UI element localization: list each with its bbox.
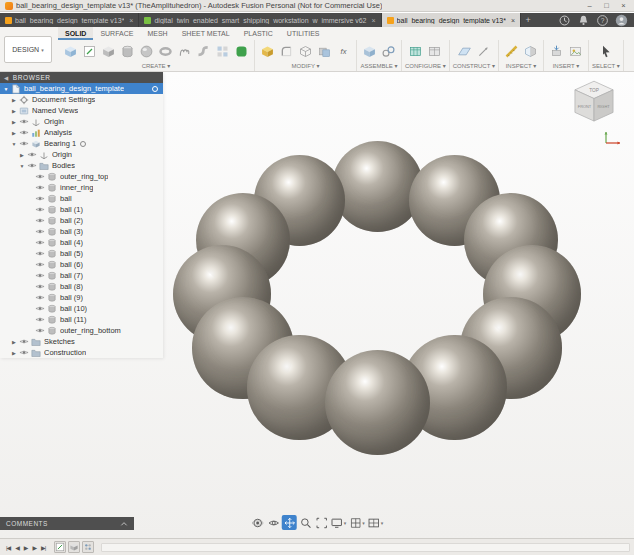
tree-item-ball-10[interactable]: ball (10)	[0, 303, 163, 314]
play-icon[interactable]: ▶	[22, 541, 30, 554]
ribbon-group-label[interactable]: INSPECT ▾	[506, 62, 537, 71]
step-forward-icon[interactable]: ▶	[30, 541, 38, 554]
ribbon-group-label[interactable]: MODIFY ▾	[292, 62, 320, 71]
cylinder-icon[interactable]	[118, 41, 137, 62]
visibility-eye-icon[interactable]	[34, 195, 46, 202]
visibility-eye-icon[interactable]	[34, 316, 46, 323]
tree-item-outer-ring-top[interactable]: outer_ring_top	[0, 171, 163, 182]
grid-icon[interactable]: ▾	[348, 515, 366, 530]
collapse-browser-icon[interactable]: ◀	[4, 75, 9, 81]
expander-icon[interactable]: ▶	[10, 119, 18, 125]
visibility-eye-icon[interactable]	[18, 338, 30, 345]
tree-item-document-settings[interactable]: ▶Document Settings	[0, 94, 163, 105]
expander-icon[interactable]: ▶	[10, 350, 18, 356]
visibility-eye-icon[interactable]	[34, 261, 46, 268]
comments-bar[interactable]: COMMENTS	[0, 517, 134, 530]
create-sketch-icon[interactable]	[80, 41, 99, 62]
tree-item-ball-3[interactable]: ball (3)	[0, 226, 163, 237]
tree-item-ball-1[interactable]: ball (1)	[0, 204, 163, 215]
expand-comments-icon[interactable]	[120, 521, 128, 527]
new-tab-button[interactable]: +	[521, 13, 535, 27]
revolve-feature-icon[interactable]	[68, 541, 80, 553]
expander-icon[interactable]: ▼	[10, 141, 18, 147]
visibility-eye-icon[interactable]	[34, 239, 46, 246]
measure-icon[interactable]	[502, 41, 521, 62]
ribbon-tab-surface[interactable]: SURFACE	[93, 27, 140, 40]
activate-component-radio[interactable]	[80, 141, 86, 147]
tree-item-inner-ring[interactable]: inner_ring	[0, 182, 163, 193]
sketch-feature-icon[interactable]	[54, 541, 66, 553]
timeline-strip[interactable]	[101, 543, 630, 552]
tree-item-named-views[interactable]: ▶Named Views	[0, 105, 163, 116]
expander-icon[interactable]: ▶	[10, 97, 18, 103]
look-at-icon[interactable]	[266, 515, 281, 530]
viewports-icon[interactable]: ▾	[367, 515, 385, 530]
visibility-eye-icon[interactable]	[34, 294, 46, 301]
coil-icon[interactable]	[175, 41, 194, 62]
pattern-feature-icon[interactable]	[82, 541, 94, 553]
visibility-eye-icon[interactable]	[18, 140, 30, 147]
visibility-eye-icon[interactable]	[26, 151, 38, 158]
new-component-icon[interactable]	[61, 41, 80, 62]
combine-icon[interactable]	[315, 41, 334, 62]
tree-item-ball-bearing-design-template[interactable]: ▼ball_bearing_design_template	[0, 83, 163, 94]
tree-item-origin[interactable]: ▶Origin	[0, 149, 163, 160]
ribbon-tab-utilities[interactable]: UTILITIES	[280, 27, 327, 40]
tree-item-ball-11[interactable]: ball (11)	[0, 314, 163, 325]
viewport-canvas[interactable]: TOP FRONT RIGHT ◀ BROWSER ▼ball_bearing_…	[0, 72, 634, 538]
expander-icon[interactable]: ▶	[10, 339, 18, 345]
config-table-icon[interactable]	[425, 41, 444, 62]
visibility-eye-icon[interactable]	[18, 118, 30, 125]
orbit-icon[interactable]	[250, 515, 265, 530]
tree-item-ball-5[interactable]: ball (5)	[0, 248, 163, 259]
insert-icon[interactable]	[547, 41, 566, 62]
close-tab-icon[interactable]: ×	[129, 17, 133, 24]
fillet-icon[interactable]	[277, 41, 296, 62]
document-tab[interactable]: ball_bearing_design_template v13*×	[382, 13, 521, 27]
help-icon[interactable]: ?	[596, 14, 609, 27]
tree-item-ball-9[interactable]: ball (9)	[0, 292, 163, 303]
tree-item-origin[interactable]: ▶Origin	[0, 116, 163, 127]
view-cube[interactable]: TOP FRONT RIGHT	[568, 76, 620, 128]
axis-icon[interactable]	[474, 41, 493, 62]
expander-icon[interactable]: ▼	[18, 163, 26, 169]
forms-icon[interactable]	[232, 41, 251, 62]
ribbon-tab-mesh[interactable]: MESH	[140, 27, 174, 40]
expander-icon[interactable]: ▶	[10, 108, 18, 114]
user-avatar[interactable]	[615, 14, 628, 27]
visibility-eye-icon[interactable]	[18, 129, 30, 136]
press-pull-icon[interactable]	[258, 41, 277, 62]
visibility-eye-icon[interactable]	[34, 173, 46, 180]
design-dropdown[interactable]: DESIGN ▾	[4, 36, 52, 63]
ribbon-tab-solid[interactable]: SOLID	[58, 27, 93, 40]
shell-icon[interactable]	[296, 41, 315, 62]
pattern-icon[interactable]	[213, 41, 232, 62]
job-status-icon[interactable]	[558, 14, 571, 27]
visibility-eye-icon[interactable]	[34, 327, 46, 334]
fit-icon[interactable]	[314, 515, 329, 530]
visibility-eye-icon[interactable]	[34, 250, 46, 257]
expander-icon[interactable]: ▶	[18, 152, 26, 158]
maximize-button[interactable]: □	[598, 0, 615, 11]
close-tab-icon[interactable]: ×	[511, 17, 515, 24]
go-to-end-icon[interactable]: ▶|	[39, 541, 47, 554]
tree-item-ball-4[interactable]: ball (4)	[0, 237, 163, 248]
parameters-icon[interactable]: fx	[334, 41, 353, 62]
go-to-start-icon[interactable]: |◀	[4, 541, 12, 554]
tree-item-construction[interactable]: ▶Construction	[0, 347, 163, 358]
visibility-eye-icon[interactable]	[34, 272, 46, 279]
minimize-button[interactable]: –	[581, 0, 598, 11]
visibility-eye-icon[interactable]	[34, 206, 46, 213]
pipe-icon[interactable]	[194, 41, 213, 62]
close-button[interactable]: ×	[615, 0, 632, 11]
configure-icon[interactable]	[406, 41, 425, 62]
tree-item-ball-7[interactable]: ball (7)	[0, 270, 163, 281]
visibility-eye-icon[interactable]	[18, 349, 30, 356]
assemble-icon[interactable]	[360, 41, 379, 62]
document-tab[interactable]: ball_bearing_design_template v13*×	[0, 13, 139, 27]
visibility-eye-icon[interactable]	[34, 217, 46, 224]
tree-item-ball-2[interactable]: ball (2)	[0, 215, 163, 226]
expander-icon[interactable]: ▼	[2, 86, 10, 92]
ribbon-group-label[interactable]: CREATE ▾	[142, 62, 171, 71]
ribbon-group-label[interactable]: CONSTRUCT ▾	[453, 62, 495, 71]
